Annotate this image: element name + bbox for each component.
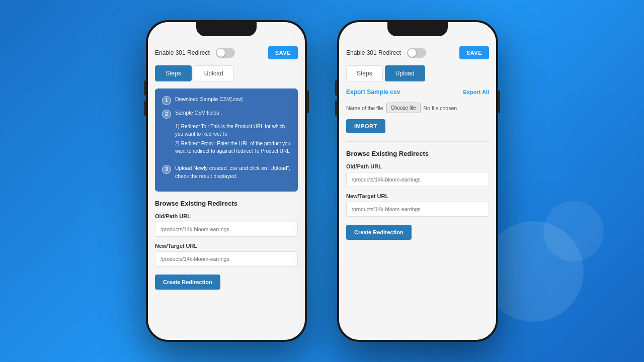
step-3: 3 Upload Newly created .csv and click on… [162, 164, 291, 180]
power-btn-right [498, 90, 500, 113]
tab-steps-left[interactable]: Steps [155, 65, 192, 81]
phone-left-screen: Enable 301 Redirect SAVE Steps Upload 1 [148, 22, 305, 340]
tab-upload-left[interactable]: Upload [194, 65, 234, 81]
import-btn[interactable]: IMPORT [346, 119, 385, 133]
phone-right-screen: Enable 301 Redirect SAVE Steps Upload E [339, 22, 496, 340]
old-path-input-right[interactable] [346, 172, 489, 187]
browse-section-left: Browse Existing Redirects Old/Path URL N… [155, 200, 298, 290]
file-row: Name of the file Choose file No file cho… [346, 103, 489, 113]
new-target-input-right[interactable] [346, 202, 489, 217]
bg-decoration-2 [543, 201, 604, 261]
phones-container: Enable 301 Redirect SAVE Steps Upload 1 [146, 20, 498, 342]
save-button-left[interactable]: SAVE [268, 46, 298, 59]
enable-redirect-label-right: Enable 301 Redirect [346, 49, 401, 56]
notch-right [387, 22, 448, 36]
tab-steps-right[interactable]: Steps [346, 65, 383, 81]
phone-right-content: Enable 301 Redirect SAVE Steps Upload E [339, 22, 496, 340]
enable-redirect-label-left: Enable 301 Redirect [155, 49, 210, 56]
notch-left [196, 22, 257, 36]
export-all-link[interactable]: Export All [463, 89, 489, 95]
export-row: Export Sample csv Export All [346, 88, 489, 96]
vol-btn-down [144, 101, 146, 116]
step-text-1: Download Sample CSV[.csv] [175, 96, 243, 105]
toggle-knob-right [408, 49, 416, 57]
new-target-label-right: New/Target URL [346, 193, 489, 199]
vol-btn-down-right [335, 101, 337, 116]
vol-btn-up-right [335, 80, 337, 96]
steps-box-left: 1 Download Sample CSV[.csv] 2 Sample CSV… [155, 88, 298, 192]
browse-title-right: Browse Existing Redirects [346, 150, 489, 157]
new-target-input-left[interactable] [155, 251, 298, 266]
export-sample-csv-title: Export Sample csv [346, 88, 400, 96]
header-row-left: Enable 301 Redirect SAVE [155, 41, 298, 65]
save-button-right[interactable]: SAVE [459, 46, 489, 59]
toggle-knob-left [217, 49, 225, 57]
step-text-2: Sample CSV fields : [175, 109, 222, 119]
browse-section-right: Browse Existing Redirects Old/Path URL N… [346, 150, 489, 240]
header-right-left: Enable 301 Redirect [346, 48, 426, 58]
create-redirection-btn-left[interactable]: Create Redirection [155, 275, 220, 290]
no-file-text: No file chosen [424, 105, 457, 111]
header-left: Enable 301 Redirect [155, 48, 235, 58]
file-name-label: Name of the file [346, 105, 383, 111]
step-num-2: 2 [162, 110, 171, 119]
step-1: 1 Download Sample CSV[.csv] [162, 96, 291, 105]
tab-upload-right[interactable]: Upload [385, 65, 425, 81]
old-path-label-left: Old/Path URL [155, 213, 298, 219]
tabs-right: Steps Upload [346, 65, 489, 81]
old-path-input-left[interactable] [155, 222, 298, 237]
step-sub-2: 2) Redirect From : Enter the URL of the … [175, 140, 291, 162]
step-sub-1: 1) Redirect To : This is the Product URL… [175, 123, 291, 138]
power-btn [307, 90, 309, 113]
browse-title-left: Browse Existing Redirects [155, 200, 298, 207]
tabs-left: Steps Upload [155, 65, 298, 81]
phone-right: Enable 301 Redirect SAVE Steps Upload E [337, 20, 498, 342]
upload-section-right: Export Sample csv Export All Name of the… [346, 88, 489, 133]
choose-file-btn[interactable]: Choose file [386, 103, 421, 113]
phone-left: Enable 301 Redirect SAVE Steps Upload 1 [146, 20, 307, 342]
old-path-label-right: Old/Path URL [346, 163, 489, 169]
redirect-toggle-left[interactable] [216, 48, 235, 58]
create-redirection-btn-right[interactable]: Create Redirection [346, 225, 412, 240]
header-row-right: Enable 301 Redirect SAVE [346, 41, 489, 65]
new-target-label-left: New/Target URL [155, 243, 298, 249]
step-num-3: 3 [162, 165, 171, 174]
step-num-1: 1 [162, 96, 171, 105]
redirect-toggle-right[interactable] [407, 48, 426, 58]
vol-btn-up [144, 80, 146, 96]
phone-left-content: Enable 301 Redirect SAVE Steps Upload 1 [148, 22, 305, 340]
step-2: 2 Sample CSV fields : [162, 109, 291, 119]
divider-right [346, 141, 489, 142]
step-text-3: Upload Newly created .csv and click on "… [175, 164, 291, 180]
